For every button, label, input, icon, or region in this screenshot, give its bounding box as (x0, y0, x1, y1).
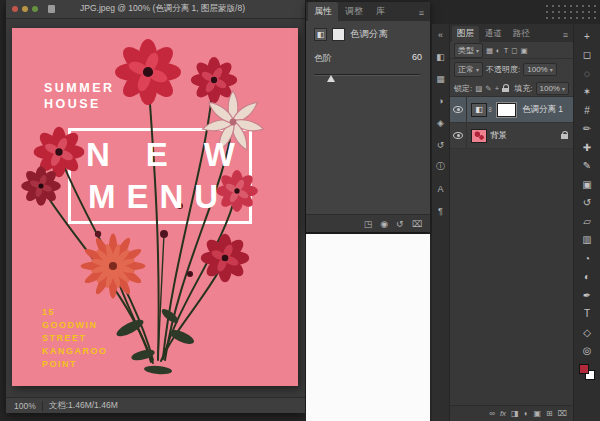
layer-mask-thumbnail[interactable] (497, 103, 516, 117)
lock-transparent-icon[interactable]: ▨ (475, 84, 482, 93)
visibility-toggle-icon[interactable]: ◉ (380, 219, 388, 229)
visibility-cell[interactable] (450, 97, 467, 122)
clone-stamp-tool[interactable]: ▣ (577, 175, 597, 194)
opacity-dropdown[interactable]: 100% ▾ (523, 63, 556, 76)
adjustment-header: ◧ 色调分离 (314, 28, 422, 41)
slider-thumb[interactable] (327, 75, 335, 82)
background-layer-thumbnail[interactable] (471, 129, 487, 143)
lock-all-icon[interactable] (502, 84, 509, 92)
properties-body: ◧ 色调分离 色阶 60 (306, 21, 430, 90)
lasso-tool[interactable]: ◌ (577, 64, 597, 83)
mask-link-icon[interactable]: ∞ (487, 107, 494, 112)
gradient-tool[interactable]: ▥ (577, 231, 597, 250)
blend-mode-value: 正常 (458, 64, 474, 75)
styles-panel-icon[interactable]: ◈ (433, 116, 448, 129)
layer-name[interactable]: 色调分离 1 (522, 104, 563, 116)
shape-tool[interactable]: ◇ (577, 323, 597, 342)
magic-wand-tool[interactable]: ✶ (577, 83, 597, 102)
tab-channels[interactable]: 通道 (480, 26, 507, 42)
eye-icon[interactable] (453, 106, 463, 113)
lock-label: 锁定: (454, 83, 472, 94)
info-panel-icon[interactable]: ⓘ (433, 160, 448, 173)
color-swatches[interactable] (579, 364, 595, 380)
layer-name[interactable]: 背景 (490, 130, 507, 142)
eyedropper-tool[interactable]: ✏ (577, 120, 597, 139)
zoom-level-field[interactable]: 100% (14, 401, 36, 411)
tab-paths[interactable]: 路径 (508, 26, 535, 42)
blur-tool[interactable]: ◔ (577, 249, 597, 268)
filter-type-dropdown[interactable]: 类型 ▾ (454, 43, 483, 58)
filter-type-icon[interactable]: T (504, 46, 509, 55)
character-panel-icon[interactable]: A (433, 182, 448, 195)
layer-effects-icon[interactable]: fx (500, 409, 506, 418)
swatches-panel-icon[interactable]: ▦ (433, 72, 448, 85)
texture-dots (544, 3, 596, 20)
link-layers-icon[interactable]: ∞ (489, 409, 495, 418)
healing-brush-tool[interactable]: ✚ (577, 138, 597, 157)
minimize-button[interactable] (22, 6, 28, 12)
layers-tabbar: 图层 通道 路径 ≡ (450, 24, 573, 42)
color-panel-icon[interactable]: ◧ (433, 50, 448, 63)
type-tool[interactable]: T (577, 305, 597, 324)
layer-filter-row: 类型 ▾ ▦ ◐ T ◻ ▣ (450, 42, 573, 59)
filter-pixel-icon[interactable]: ▦ (486, 46, 493, 55)
chevron-down-icon: ▾ (476, 47, 479, 54)
adjustments-panel-icon[interactable]: ◑ (433, 94, 448, 107)
brush-tool[interactable]: ✎ (577, 157, 597, 176)
lock-paint-icon[interactable]: ✎ (485, 84, 491, 93)
zoom-tool[interactable]: ◎ (577, 342, 597, 361)
levels-slider[interactable] (314, 69, 422, 83)
reset-icon[interactable]: ↺ (396, 219, 404, 229)
status-bar: 100% 文档:1.46M/1.46M (6, 397, 305, 413)
foreground-color-swatch[interactable] (579, 364, 589, 374)
layer-row-posterize[interactable]: ◧ ∞ 色调分离 1 (450, 97, 573, 123)
delete-adjustment-icon[interactable]: ⌧ (412, 219, 422, 229)
new-layer-icon[interactable]: ⊞ (546, 409, 553, 418)
document-size-info[interactable]: 文档:1.46M/1.46M (49, 400, 118, 412)
eye-icon[interactable] (453, 132, 463, 139)
blend-mode-dropdown[interactable]: 正常 ▾ (454, 62, 483, 77)
layers-panel-menu-icon[interactable]: ≡ (560, 28, 571, 42)
layers-panel: 图层 通道 路径 ≡ 类型 ▾ ▦ ◐ T ◻ ▣ 正常 ▾ 不透明度: 100… (450, 24, 573, 421)
fill-dropdown[interactable]: 100% ▾ (536, 82, 569, 95)
filter-adjustment-icon[interactable]: ◐ (496, 46, 501, 55)
panel-menu-icon[interactable]: ≡ (415, 5, 428, 21)
delete-layer-icon[interactable]: ⌧ (558, 409, 567, 418)
move-tool[interactable]: + (577, 27, 597, 46)
maximize-button[interactable] (32, 6, 38, 12)
history-brush-tool[interactable]: ↺ (577, 194, 597, 213)
clip-to-layer-icon[interactable]: ◳ (364, 219, 373, 229)
marquee-tool[interactable]: ◻ (577, 46, 597, 65)
dodge-tool[interactable]: ◐ (577, 268, 597, 287)
tab-libraries[interactable]: 库 (370, 2, 391, 21)
eraser-tool[interactable]: ▱ (577, 212, 597, 231)
poster-address-line: KANGAROO (42, 345, 108, 358)
add-mask-icon[interactable]: ◨ (511, 409, 519, 418)
tab-adjustments[interactable]: 调整 (339, 2, 369, 21)
paragraph-panel-icon[interactable]: ¶ (433, 204, 448, 217)
lock-move-icon[interactable]: + (495, 84, 499, 93)
adjustment-layer-thumbnail[interactable]: ◧ (471, 103, 487, 117)
canvas-area[interactable]: SUMMER HOUSE NEW MENU 15 GOODWIN STREET … (6, 20, 305, 397)
new-group-icon[interactable]: ▣ (534, 409, 542, 418)
chevron-down-icon: ▾ (562, 85, 565, 92)
lock-icon (561, 131, 568, 139)
visibility-cell[interactable] (450, 123, 467, 148)
tab-layers[interactable]: 图层 (452, 26, 479, 42)
poster-brand-line2: HOUSE (44, 96, 115, 112)
filter-smart-object-icon[interactable]: ▣ (520, 46, 527, 55)
new-adjustment-icon[interactable]: ◐ (524, 409, 529, 418)
layer-row-background[interactable]: 背景 (450, 123, 573, 149)
document-titlebar[interactable]: JPG.jpeg @ 100% (色调分离 1, 图层蒙版/8) (6, 0, 305, 19)
crop-tool[interactable]: # (577, 101, 597, 120)
layer-locked-indicator (561, 131, 568, 141)
adjustment-title: 色调分离 (350, 28, 388, 41)
close-button[interactable] (12, 6, 18, 12)
filter-shape-icon[interactable]: ◻ (511, 46, 517, 55)
pen-tool[interactable]: ✒ (577, 286, 597, 305)
document-title: JPG.jpeg @ 100% (色调分离 1, 图层蒙版/8) (24, 3, 301, 15)
expand-panels-icon[interactable]: « (433, 28, 448, 41)
tab-properties[interactable]: 属性 (308, 2, 338, 21)
history-panel-icon[interactable]: ↺ (433, 138, 448, 151)
levels-value-field[interactable]: 60 (412, 52, 422, 65)
